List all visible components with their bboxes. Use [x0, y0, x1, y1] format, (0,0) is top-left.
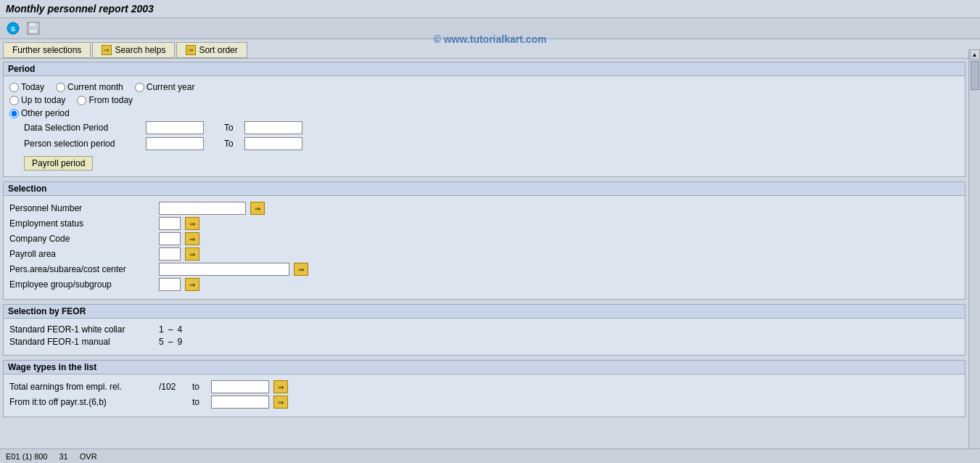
period-body: Today Current month Current year Up to t…	[4, 76, 965, 176]
radio-other-period[interactable]: Other period	[9, 108, 70, 118]
total-earnings-value: /102	[159, 382, 188, 392]
selection-title: Selection	[4, 182, 965, 196]
page-title: Monthly personnel report 2003	[6, 3, 154, 15]
scroll-up-arrow[interactable]: ▲	[970, 49, 980, 60]
employment-status-arrow-btn[interactable]: ⇒	[185, 217, 199, 230]
company-code-row: Company Code ⇒	[9, 232, 959, 245]
payroll-btn-row: Payroll period	[9, 153, 959, 171]
radio-today[interactable]: Today	[9, 82, 44, 92]
employment-status-input[interactable]	[159, 217, 181, 230]
from-it-arrow-btn[interactable]: ⇒	[273, 396, 288, 409]
period-radio-row2: Up to today From today	[9, 95, 959, 105]
pers-area-row: Pers.area/subarea/cost center ⇒	[9, 263, 959, 276]
data-selection-label: Data Selection Period	[24, 123, 140, 133]
pers-area-arrow-btn[interactable]: ⇒	[294, 263, 308, 276]
personnel-number-arrow-btn[interactable]: ⇒	[250, 202, 265, 215]
period-section: Period Today Current month Current year	[3, 62, 965, 177]
period-title: Period	[4, 62, 965, 76]
person-selection-from-input[interactable]	[146, 137, 204, 150]
total-earnings-arrow-btn[interactable]: ⇒	[273, 380, 288, 393]
pers-area-input[interactable]	[159, 263, 289, 276]
employee-group-input[interactable]	[159, 278, 181, 291]
from-it-label: From it:to off payr.st.(6,b)	[9, 397, 155, 407]
feor-white-collar-label: Standard FEOR-1 white collar	[9, 324, 155, 335]
feor-title: Selection by FEOR	[4, 305, 965, 319]
person-selection-to-label: To	[224, 139, 239, 149]
feor-manual-label: Standard FEOR-1 manual	[9, 337, 155, 347]
feor-white-collar-to: 4	[177, 324, 182, 335]
personnel-number-label: Personnel Number	[9, 203, 155, 213]
company-code-label: Company Code	[9, 234, 155, 244]
tab-arrow-sort: ⇒	[186, 45, 196, 55]
feor-white-collar-row: Standard FEOR-1 white collar 1 – 4	[9, 324, 959, 335]
data-selection-to-label: To	[224, 123, 239, 133]
svg-text:S: S	[11, 25, 15, 33]
svg-rect-4	[29, 29, 38, 33]
tab-search-helps[interactable]: ⇒ Search helps	[92, 42, 175, 58]
radio-up-to-today[interactable]: Up to today	[9, 95, 65, 105]
period-radio-row1: Today Current month Current year	[9, 82, 959, 92]
payroll-area-label: Payroll area	[9, 249, 155, 259]
main-content: Period Today Current month Current year	[0, 59, 968, 435]
tab-sort-order[interactable]: ⇒ Sort order	[176, 42, 247, 58]
person-selection-period-row: Person selection period To	[9, 137, 959, 150]
payroll-period-button[interactable]: Payroll period	[24, 156, 93, 171]
feor-white-collar-dash: –	[168, 324, 173, 335]
toolbar: S © www.tutorialkart.com	[0, 18, 980, 39]
selection-body: Personnel Number ⇒ Employment status ⇒ C…	[4, 196, 965, 299]
wage-types-body: Total earnings from empl. rel. /102 to ⇒…	[4, 374, 965, 417]
from-it-to-label: to	[192, 397, 207, 407]
feor-manual-to: 9	[177, 337, 182, 347]
radio-current-month[interactable]: Current month	[56, 82, 123, 92]
payroll-area-input[interactable]	[159, 247, 181, 261]
tab-further-selections[interactable]: Further selections	[3, 42, 91, 58]
data-selection-period-row: Data Selection Period To	[9, 121, 959, 134]
radio-current-year[interactable]: Current year	[135, 82, 195, 92]
from-it-to-input[interactable]	[211, 396, 269, 409]
person-selection-label: Person selection period	[24, 139, 140, 149]
title-bar: Monthly personnel report 2003	[0, 0, 980, 18]
feor-manual-row: Standard FEOR-1 manual 5 – 9	[9, 337, 959, 347]
from-it-row: From it:to off payr.st.(6,b) to ⇒	[9, 396, 959, 409]
employment-status-row: Employment status ⇒	[9, 217, 959, 230]
employee-group-row: Employee group/subgroup ⇒	[9, 278, 959, 291]
feor-manual-dash: –	[168, 337, 173, 347]
company-code-arrow-btn[interactable]: ⇒	[185, 232, 199, 245]
pers-area-label: Pers.area/subarea/cost center	[9, 264, 155, 274]
total-earnings-to-label: to	[192, 382, 207, 392]
radio-from-today[interactable]: From today	[77, 95, 133, 105]
scrollbar: ▲ ▼	[968, 49, 980, 435]
scroll-thumb[interactable]	[971, 61, 979, 90]
person-selection-to-input[interactable]	[244, 137, 302, 150]
total-earnings-label: Total earnings from empl. rel.	[9, 382, 155, 392]
data-selection-to-input[interactable]	[244, 121, 302, 134]
selection-section: Selection Personnel Number ⇒ Employment …	[3, 181, 965, 300]
total-earnings-to-input[interactable]	[211, 380, 269, 393]
data-selection-from-input[interactable]	[146, 121, 204, 134]
feor-manual-from: 5	[159, 337, 164, 347]
period-radio-row3: Other period	[9, 108, 959, 118]
employee-group-label: Employee group/subgroup	[9, 279, 155, 290]
feor-body: Standard FEOR-1 white collar 1 – 4 Stand…	[4, 319, 965, 355]
save-icon[interactable]	[26, 21, 41, 36]
personnel-number-input[interactable]	[159, 202, 246, 215]
payroll-area-arrow-btn[interactable]: ⇒	[185, 247, 199, 261]
wage-types-title: Wage types in the list	[4, 361, 965, 374]
personnel-number-row: Personnel Number ⇒	[9, 202, 959, 215]
employment-status-label: Employment status	[9, 218, 155, 229]
total-earnings-row: Total earnings from empl. rel. /102 to ⇒	[9, 380, 959, 393]
sap-icon[interactable]: S	[6, 21, 20, 36]
payroll-area-row: Payroll area ⇒	[9, 247, 959, 261]
feor-white-collar-from: 1	[159, 324, 164, 335]
employee-group-arrow-btn[interactable]: ⇒	[185, 278, 199, 291]
svg-rect-3	[29, 22, 36, 27]
wage-types-section: Wage types in the list Total earnings fr…	[3, 360, 965, 417]
feor-section: Selection by FEOR Standard FEOR-1 white …	[3, 304, 965, 356]
tab-bar: Further selections ⇒ Search helps ⇒ Sort…	[0, 39, 980, 59]
company-code-input[interactable]	[159, 232, 181, 245]
tab-arrow-search: ⇒	[102, 45, 112, 55]
